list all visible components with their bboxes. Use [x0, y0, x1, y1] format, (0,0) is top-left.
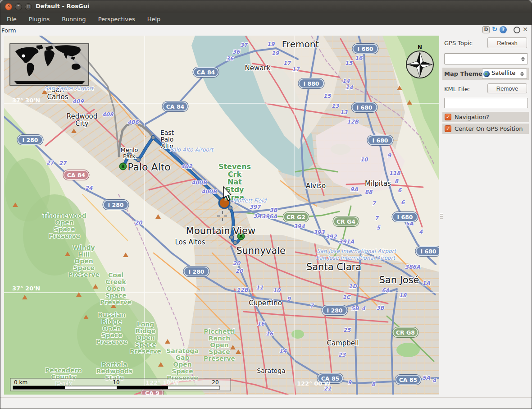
scale-bar: 0 km 10 20 — [10, 378, 231, 391]
exit-number-label: 1C — [342, 294, 351, 300]
city-label: Campbell — [327, 339, 359, 347]
city-label: Newark — [245, 64, 271, 72]
city-label: Sunnyvale — [236, 245, 286, 256]
dock-icon-group: D↻?✕ — [482, 26, 529, 33]
city-label: MenloPark — [120, 147, 138, 160]
reload-icon[interactable]: ↻ — [491, 26, 498, 33]
map-canvas[interactable]: BA FremontNewarkSanCarlosRedwoodCityEast… — [4, 36, 439, 395]
menu-help[interactable]: Help — [147, 16, 161, 23]
combobox-spin-arrows-icon[interactable] — [520, 72, 524, 76]
gps-topic-combobox[interactable] — [444, 53, 528, 64]
exit-number-label: 23 — [338, 352, 346, 358]
exit-number-label: 27 — [46, 160, 55, 166]
gps-topic-label: GPS Topic — [444, 40, 473, 46]
checkbox-icon[interactable]: ✓ — [445, 114, 451, 120]
highway-shield: CA 84 — [193, 67, 219, 78]
scale-end-label: 20 — [212, 379, 218, 386]
exit-number-label: 400B — [191, 179, 207, 186]
exit-number-label: 406 — [127, 119, 139, 125]
airport-label: Moffett Field — [233, 198, 267, 204]
city-label: Los Altos — [175, 238, 205, 246]
exit-number-label: 3A — [253, 213, 261, 219]
map-theme-combobox[interactable]: Satellite — [482, 69, 527, 79]
city-label: Fremont — [282, 39, 319, 50]
map-view[interactable]: BA FremontNewarkSanCarlosRedwoodCityEast… — [4, 36, 439, 395]
city-label: Milpitas — [365, 179, 391, 188]
exit-number-label: 25 — [343, 327, 351, 333]
exit-number-label: 402 — [181, 163, 193, 170]
map-theme-label: Map Theme — [444, 70, 482, 77]
checkbox-row-0[interactable]: ✓Navigation? — [442, 112, 529, 122]
exit-number-label: 36 — [226, 55, 234, 62]
exit-number-label: 14 — [346, 84, 353, 91]
svg-text:I 280: I 280 — [327, 307, 342, 314]
checkbox-row-1[interactable]: ✓Center On GPS Position — [442, 124, 529, 134]
svg-text:I 880: I 880 — [303, 80, 319, 87]
exit-number-label: 386A — [405, 264, 421, 270]
window-minimize-button[interactable] — [15, 3, 22, 10]
exit-number-label: 20 — [236, 268, 244, 274]
exit-number-label: 396A — [262, 213, 277, 220]
exit-number-label: 16 — [266, 331, 274, 337]
highway-shield: I 280 — [103, 199, 129, 210]
marker_b-label: B — [121, 164, 125, 169]
exit-number-label: 10 — [360, 156, 368, 163]
help-icon[interactable]: ? — [500, 26, 507, 33]
svg-text:CA 84: CA 84 — [166, 103, 185, 110]
exit-number-label: 18 — [399, 292, 407, 299]
exit-number-label: 393 — [313, 229, 325, 235]
menu-bar: FilePluginsRunningPerspectivesHelp — [0, 13, 532, 25]
gps-topic-value — [445, 55, 447, 62]
exit-number-label: 17 — [283, 60, 291, 66]
window-maximize-button[interactable] — [25, 3, 32, 10]
svg-text:I 680: I 680 — [356, 104, 372, 111]
world-map-inset — [10, 44, 89, 85]
close-icon[interactable]: ✕ — [522, 26, 529, 33]
exit-number-label: 391A — [339, 239, 355, 245]
splitter-handle[interactable] — [440, 212, 443, 221]
svg-text:CR G8: CR G8 — [396, 329, 415, 336]
menu-plugins[interactable]: Plugins — [29, 16, 50, 23]
airport-label: Palo Alto Airport — [169, 147, 214, 153]
exit-number-label: 12B — [236, 287, 249, 293]
detach-icon[interactable]: D — [482, 26, 490, 33]
menu-file[interactable]: File — [7, 16, 17, 23]
svg-text:CR G4: CR G4 — [336, 218, 355, 225]
city-label: Alviso — [306, 182, 326, 190]
exit-number-label: 11 — [256, 285, 264, 291]
route-waypoint-icon — [151, 136, 155, 140]
city-label: Mountain View — [186, 225, 255, 236]
kml-file-input[interactable] — [444, 98, 528, 108]
highway-shield: CR G2 — [283, 211, 309, 222]
exit-number-label: 394 — [293, 223, 305, 230]
exit-number-label: 1D — [349, 283, 357, 290]
exit-number-label: 10 — [273, 287, 281, 294]
exit-number-label: 19 — [272, 50, 280, 56]
exit-number-label: 16 — [257, 321, 265, 327]
exit-number-label: 400B — [201, 188, 217, 195]
window-title: Default - RosGui — [36, 3, 89, 9]
remove-button[interactable]: Remove — [487, 83, 527, 93]
restore-icon[interactable] — [514, 27, 520, 33]
combobox-spin-arrows-icon[interactable] — [521, 57, 525, 61]
exit-number-label: 14 — [279, 348, 287, 354]
exit-number-label: 409 — [72, 98, 84, 105]
exit-number-label: 392 — [325, 234, 337, 240]
highway-shield: I 680 — [367, 135, 394, 146]
menu-perspectives[interactable]: Perspectives — [98, 16, 135, 23]
refresh-button[interactable]: Refresh — [487, 37, 527, 48]
svg-text:I 680: I 680 — [420, 248, 436, 255]
city-label: Palo Alto — [127, 161, 171, 173]
exit-number-label: 6A — [382, 287, 390, 294]
menu-running[interactable]: Running — [62, 16, 86, 23]
checkbox-icon[interactable]: ✓ — [445, 125, 451, 132]
exit-number-label: 19 — [267, 41, 275, 47]
city-label: Saratoga — [257, 367, 285, 374]
exit-number-label: 118 — [389, 170, 401, 176]
window-close-button[interactable] — [5, 3, 12, 10]
exit-number-label: 15 — [323, 93, 332, 99]
sidebar-panel: GPS Topic Refresh Map Theme Satellite KM… — [442, 37, 529, 134]
inset-location-dot — [22, 55, 25, 58]
highway-shield: CR G4 — [333, 216, 359, 227]
airport-label: San Jose International Airport — [316, 255, 396, 261]
